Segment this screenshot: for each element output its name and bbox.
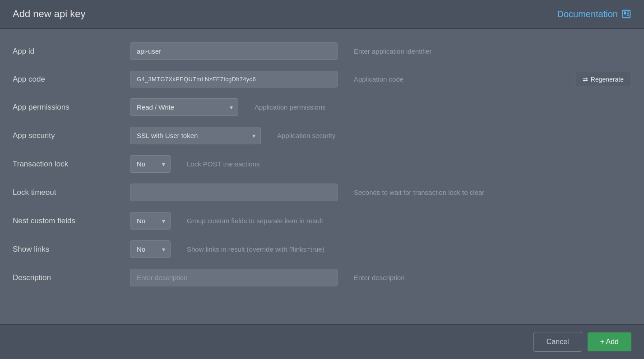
app-security-control-area: SSL with User token SSL None Application… bbox=[130, 127, 631, 144]
regenerate-label: Regenerate bbox=[591, 76, 624, 83]
transaction-lock-select-wrapper: No Yes bbox=[130, 155, 171, 173]
app-permissions-row: App permissions Read / Write Read Only W… bbox=[13, 98, 631, 116]
description-row: Description Enter description bbox=[13, 269, 631, 286]
nest-custom-fields-select[interactable]: No Yes bbox=[130, 212, 171, 230]
form-content: App id Enter application identifier App … bbox=[0, 29, 644, 324]
app-code-input[interactable] bbox=[130, 71, 338, 87]
app-permissions-hint: Application permissions bbox=[255, 103, 631, 111]
description-label: Description bbox=[13, 273, 130, 282]
show-links-select-wrapper: No Yes bbox=[130, 240, 171, 258]
app-permissions-control-area: Read / Write Read Only Write Only Applic… bbox=[130, 98, 631, 116]
lock-timeout-input[interactable] bbox=[130, 184, 338, 201]
add-label: + Add bbox=[600, 338, 619, 346]
app-code-hint: Application code bbox=[354, 75, 568, 83]
footer: Cancel + Add bbox=[0, 324, 644, 359]
cancel-label: Cancel bbox=[547, 338, 569, 345]
transaction-lock-hint: Lock POST transactions bbox=[187, 160, 631, 168]
app-id-control-area: Enter application identifier bbox=[130, 42, 631, 60]
app-permissions-label: App permissions bbox=[13, 103, 130, 112]
book-icon bbox=[621, 9, 631, 19]
description-input[interactable] bbox=[130, 269, 338, 286]
show-links-hint: Show links in result (override with ?lin… bbox=[187, 245, 631, 253]
show-links-select[interactable]: No Yes bbox=[130, 240, 171, 258]
lock-timeout-row: Lock timeout Seconds to wait for transac… bbox=[13, 184, 631, 201]
app-id-label: App id bbox=[13, 47, 130, 56]
app-id-hint: Enter application identifier bbox=[354, 47, 631, 55]
regenerate-button[interactable]: ⇄ Regenerate bbox=[575, 72, 631, 87]
documentation-label: Documentation bbox=[557, 9, 618, 19]
app-security-label: App security bbox=[13, 131, 130, 140]
nest-custom-fields-control-area: No Yes Group custom fields to separate i… bbox=[130, 212, 631, 230]
app-security-select[interactable]: SSL with User token SSL None bbox=[130, 127, 261, 144]
app-security-select-wrapper: SSL with User token SSL None bbox=[130, 127, 261, 144]
documentation-link[interactable]: Documentation bbox=[557, 9, 631, 19]
nest-custom-fields-label: Nest custom fields bbox=[13, 216, 130, 226]
transaction-lock-select[interactable]: No Yes bbox=[130, 155, 171, 173]
show-links-control-area: No Yes Show links in result (override wi… bbox=[130, 240, 631, 258]
add-button[interactable]: + Add bbox=[588, 332, 631, 351]
app-code-control-area: Application code ⇄ Regenerate bbox=[130, 71, 631, 87]
show-links-row: Show links No Yes Show links in result (… bbox=[13, 240, 631, 258]
app-permissions-select-wrapper: Read / Write Read Only Write Only bbox=[130, 98, 238, 116]
app-code-label: App code bbox=[13, 75, 130, 84]
transaction-lock-row: Transaction lock No Yes Lock POST transa… bbox=[13, 155, 631, 173]
app-id-row: App id Enter application identifier bbox=[13, 42, 631, 60]
show-links-label: Show links bbox=[13, 245, 130, 254]
nest-custom-fields-select-wrapper: No Yes bbox=[130, 212, 171, 230]
lock-timeout-hint: Seconds to wait for transaction lock to … bbox=[354, 189, 631, 196]
transaction-lock-label: Transaction lock bbox=[13, 160, 130, 169]
cancel-button[interactable]: Cancel bbox=[533, 332, 582, 352]
nest-custom-fields-hint: Group custom fields to separate item in … bbox=[187, 217, 631, 225]
transaction-lock-control-area: No Yes Lock POST transactions bbox=[130, 155, 631, 173]
header: Add new api key Documentation bbox=[0, 0, 644, 28]
lock-timeout-label: Lock timeout bbox=[13, 188, 130, 197]
app-security-hint: Application security bbox=[277, 132, 631, 139]
app-security-row: App security SSL with User token SSL Non… bbox=[13, 127, 631, 144]
nest-custom-fields-row: Nest custom fields No Yes Group custom f… bbox=[13, 212, 631, 230]
description-hint: Enter description bbox=[354, 274, 631, 281]
app-code-row: App code Application code ⇄ Regenerate bbox=[13, 71, 631, 87]
lock-timeout-control-area: Seconds to wait for transaction lock to … bbox=[130, 184, 631, 201]
regenerate-icon: ⇄ bbox=[583, 76, 588, 83]
app-permissions-select[interactable]: Read / Write Read Only Write Only bbox=[130, 98, 238, 116]
app-id-input[interactable] bbox=[130, 42, 338, 60]
page-title: Add new api key bbox=[13, 8, 85, 20]
description-control-area: Enter description bbox=[130, 269, 631, 286]
